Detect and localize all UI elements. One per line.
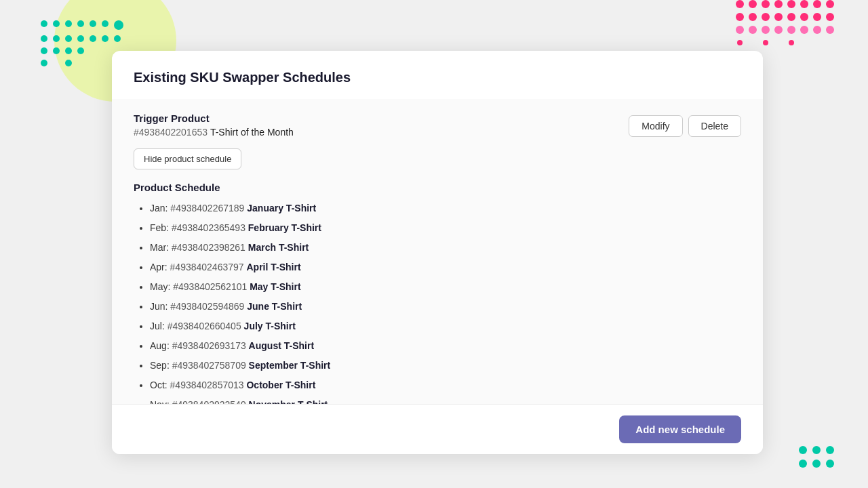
schedule-item: Aug: #4938402693173 August T-Shirt [150, 339, 741, 353]
modal-title: Existing SKU Swapper Schedules [134, 70, 741, 85]
schedule-sku: #4938402365493 [172, 222, 245, 233]
schedule-product-name: October T-Shirt [246, 380, 315, 390]
main-modal: Existing SKU Swapper Schedules Trigger P… [112, 51, 763, 454]
trigger-product: #4938402201653 T-Shirt of the Month [134, 127, 294, 138]
trigger-label: Trigger Product [134, 113, 294, 124]
trigger-section: Trigger Product #4938402201653 T-Shirt o… [134, 113, 741, 138]
teal-dots-topleft [41, 20, 121, 66]
schedule-item: Sep: #4938402758709 September T-Shirt [150, 359, 741, 373]
schedule-product-name: March T-Shirt [248, 242, 309, 253]
modal-footer: Add new schedule [112, 404, 763, 454]
schedule-product-name: January T-Shirt [247, 203, 316, 214]
schedule-sku: #4938402267189 [170, 203, 244, 214]
schedule-sku: #4938402562101 [173, 281, 247, 292]
add-schedule-button[interactable]: Add new schedule [619, 415, 741, 443]
modal-body: Trigger Product #4938402201653 T-Shirt o… [112, 99, 763, 404]
schedule-product-name: February T-Shirt [248, 222, 321, 233]
schedule-month: Apr: [150, 262, 170, 272]
schedule-sku: #4938402398261 [172, 242, 245, 253]
schedule-product-name: September T-Shirt [249, 360, 331, 371]
schedule-product-name: November T-Shirt [249, 399, 328, 404]
schedule-list: Jan: #4938402267189 January T-ShirtFeb: … [134, 201, 741, 404]
trigger-info: Trigger Product #4938402201653 T-Shirt o… [134, 113, 294, 138]
schedule-sku: #4938402857013 [170, 380, 244, 390]
trigger-actions: Modify Delete [629, 115, 741, 137]
schedule-sku: #4938402922549 [172, 399, 246, 404]
schedule-item: May: #4938402562101 May T-Shirt [150, 280, 741, 294]
schedule-item: Nov: #4938402922549 November T-Shirt [150, 398, 741, 404]
schedule-item: Jan: #4938402267189 January T-Shirt [150, 201, 741, 216]
schedule-month: Oct: [150, 380, 170, 390]
schedule-sku: #4938402660405 [167, 321, 241, 331]
schedule-sku: #4938402693173 [172, 340, 246, 351]
schedule-item: Feb: #4938402365493 February T-Shirt [150, 221, 741, 235]
schedule-sku: #4938402594869 [170, 301, 244, 312]
pink-dots-topright [736, 0, 834, 47]
schedule-month: Aug: [150, 340, 172, 351]
schedule-product-name: June T-Shirt [247, 301, 302, 312]
schedule-section-title: Product Schedule [134, 182, 741, 193]
schedule-product-name: July T-Shirt [244, 321, 296, 331]
schedule-month: Mar: [150, 242, 172, 253]
hide-schedule-button[interactable]: Hide product schedule [134, 148, 241, 169]
schedule-month: Nov: [150, 399, 172, 404]
schedule-month: Jan: [150, 203, 170, 214]
schedule-item: Jul: #4938402660405 July T-Shirt [150, 319, 741, 333]
schedule-item: Mar: #4938402398261 March T-Shirt [150, 241, 741, 255]
schedule-month: Sep: [150, 360, 172, 371]
teal-dots-bottomright [799, 446, 834, 468]
schedule-sku: #4938402758709 [172, 360, 246, 371]
trigger-product-name: T-Shirt of the Month [210, 127, 294, 138]
schedule-item: Apr: #4938402463797 April T-Shirt [150, 260, 741, 274]
modal-header: Existing SKU Swapper Schedules [112, 51, 763, 99]
schedule-item: Jun: #4938402594869 June T-Shirt [150, 300, 741, 314]
schedule-product-name: August T-Shirt [249, 340, 314, 351]
schedule-month: Feb: [150, 222, 172, 233]
schedule-product-name: May T-Shirt [250, 281, 300, 292]
schedule-sku: #4938402463797 [170, 262, 244, 272]
schedule-month: Jul: [150, 321, 167, 331]
schedule-month: May: [150, 281, 173, 292]
modify-button[interactable]: Modify [629, 115, 682, 137]
schedule-item: Oct: #4938402857013 October T-Shirt [150, 378, 741, 392]
trigger-sku: #4938402201653 [134, 127, 208, 138]
delete-button[interactable]: Delete [688, 115, 741, 137]
schedule-product-name: April T-Shirt [246, 262, 300, 272]
schedule-month: Jun: [150, 301, 170, 312]
